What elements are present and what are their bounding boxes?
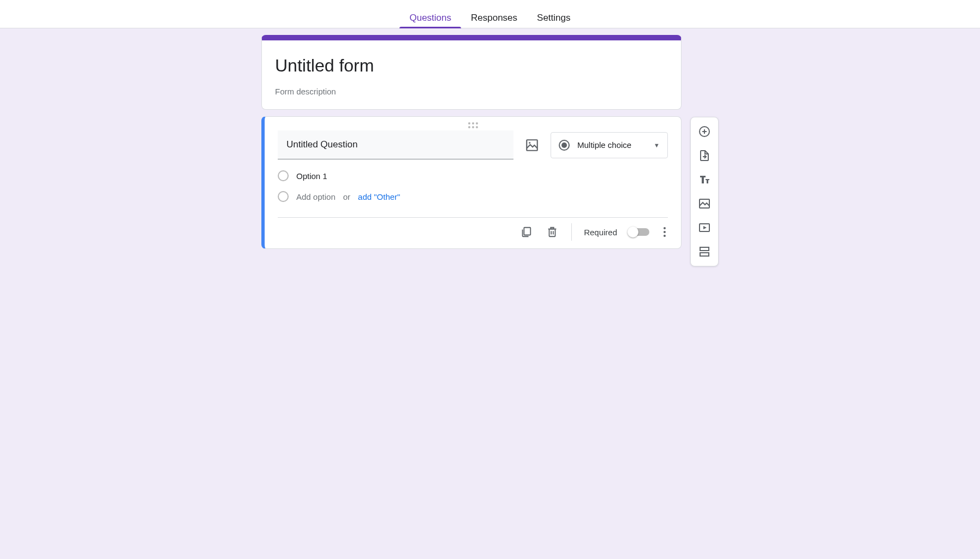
plus-circle-icon [698,125,711,138]
tab-settings[interactable]: Settings [527,0,580,28]
duplicate-button[interactable] [519,225,533,239]
tab-questions[interactable]: Questions [399,0,461,28]
radio-icon [559,140,570,151]
toggle-knob [628,227,638,237]
drag-dots-icon [468,122,478,128]
tab-responses[interactable]: Responses [461,0,527,28]
add-option-button[interactable]: Add option [296,192,336,201]
option-row-1[interactable]: Option 1 [278,170,668,181]
svg-rect-2 [524,228,530,235]
form-canvas: Untitled form Form description [0,28,980,288]
question-footer: Required [278,217,668,248]
option-1-text[interactable]: Option 1 [296,171,327,181]
question-card: Multiple choice ▼ Option 1 Add option or… [261,116,682,249]
svg-point-1 [529,142,530,143]
add-image-button[interactable] [524,138,540,153]
svg-rect-7 [700,253,709,256]
more-options-button[interactable] [661,225,668,239]
import-file-icon [698,149,711,162]
radio-empty-icon [278,170,289,181]
svg-rect-0 [527,140,537,151]
radio-empty-icon [278,191,289,202]
add-video-button[interactable] [695,218,714,237]
form-description[interactable]: Form description [275,79,668,96]
add-image-button-side[interactable] [695,194,714,213]
import-questions-button[interactable] [695,146,714,165]
add-section-button[interactable] [695,242,714,261]
delete-button[interactable] [545,225,559,239]
question-top-row: Multiple choice ▼ [278,130,668,159]
side-toolbar [690,117,719,266]
section-icon [698,245,711,258]
copy-icon [520,226,532,238]
add-title-button[interactable] [695,170,714,189]
trash-icon [546,226,558,238]
form-header-card: Untitled form Form description [261,35,682,110]
drag-handle[interactable] [278,121,668,128]
tab-bar: Questions Responses Settings [0,0,980,28]
image-icon [698,197,711,210]
question-title-input[interactable] [278,130,513,159]
required-toggle[interactable] [629,228,649,236]
form-column: Untitled form Form description [261,35,682,249]
options-list: Option 1 Add option or add "Other" [278,159,668,212]
chevron-down-icon: ▼ [654,142,660,148]
add-option-row: Add option or add "Other" [278,191,668,202]
add-question-button[interactable] [695,122,714,141]
video-icon [698,221,711,234]
required-label: Required [584,228,617,237]
question-type-label: Multiple choice [577,140,646,150]
question-type-select[interactable]: Multiple choice ▼ [551,132,668,158]
add-other-button[interactable]: add "Other" [358,192,400,201]
form-title[interactable]: Untitled form [275,52,668,79]
svg-rect-6 [700,247,709,251]
image-icon [525,138,539,152]
text-icon [698,173,711,186]
or-text: or [343,192,350,201]
footer-divider [571,223,572,241]
